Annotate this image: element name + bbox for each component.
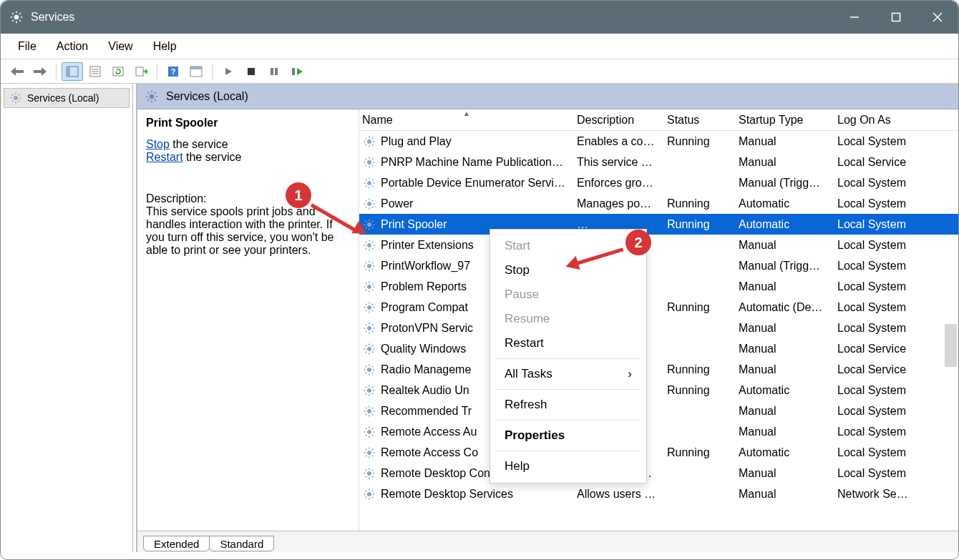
service-pause-button[interactable] <box>263 62 285 81</box>
cell-startup-type: Automatic <box>739 384 837 397</box>
table-row[interactable]: Remote Desktop ConfigurationRemote Des…M… <box>359 463 958 483</box>
svg-rect-19 <box>248 68 255 75</box>
menu-file[interactable]: File <box>8 37 47 56</box>
cell-startup-type: Manual <box>739 135 837 148</box>
back-button[interactable] <box>6 62 28 81</box>
service-stop-button[interactable] <box>240 62 262 81</box>
cell-status: Running <box>667 218 739 231</box>
cm-refresh[interactable]: Refresh <box>490 393 646 417</box>
restart-link[interactable]: Restart <box>146 151 183 163</box>
cell-log-on-as: Local System <box>837 218 938 231</box>
maximize-button[interactable] <box>875 1 917 34</box>
table-row[interactable]: Remote Desktop ServicesAllows users …Man… <box>359 483 958 504</box>
cell-log-on-as: Network Se… <box>837 488 938 501</box>
svg-rect-2 <box>892 14 900 21</box>
cell-name: Plug and Play <box>381 135 452 148</box>
table-row[interactable]: Radio Manageme…RunningManualLocal Servic… <box>359 359 958 380</box>
table-row[interactable]: ProtonVPN ServicManualLocal System <box>359 318 958 338</box>
table-row[interactable]: Print Spooler…RunningAutomaticLocal Syst… <box>359 214 958 235</box>
svg-point-35 <box>367 347 371 351</box>
col-startup-type[interactable]: Startup Type <box>739 114 837 127</box>
table-row[interactable]: Portable Device Enumerator Servi…Enforce… <box>359 172 958 193</box>
service-start-button[interactable] <box>218 62 239 81</box>
toolbar-show-hide-tree-button[interactable] <box>62 62 83 81</box>
table-row[interactable]: Plug and PlayEnables a co…RunningManualL… <box>359 131 958 152</box>
table-row[interactable]: Program Compate …RunningAutomatic (De…Lo… <box>359 297 958 318</box>
col-status[interactable]: Status <box>667 114 739 127</box>
table-row[interactable]: Remote Access Auco…ManualLocal System <box>359 421 958 442</box>
stop-link[interactable]: Stop <box>146 138 170 150</box>
cm-resume: Resume <box>490 307 646 331</box>
toolbar-help-button[interactable]: ? <box>162 62 184 81</box>
table-row[interactable]: Realtek Audio Undi…RunningAutomaticLocal… <box>359 380 958 401</box>
cm-restart[interactable]: Restart <box>490 331 646 355</box>
scrollbar-thumb[interactable] <box>945 324 957 367</box>
gear-icon <box>362 134 376 149</box>
tab-extended[interactable]: Extended <box>143 536 210 551</box>
cm-properties[interactable]: Properties <box>490 423 646 448</box>
svg-point-38 <box>367 409 371 413</box>
gear-icon <box>362 446 376 460</box>
cell-name: Problem Reports <box>381 280 467 293</box>
cell-log-on-as: Local System <box>837 260 938 272</box>
toolbar-show-hide-action-button[interactable] <box>185 62 207 81</box>
svg-point-42 <box>367 492 371 496</box>
selected-service-title: Print Spooler <box>146 117 350 129</box>
sidebar-item-services-local[interactable]: Services (Local) <box>4 88 130 108</box>
table-row[interactable]: Printer Extensionse …ManualLocal System <box>359 235 958 255</box>
table-row[interactable]: Remote Access Codi…RunningAutomaticLocal… <box>359 442 958 463</box>
table-row[interactable]: Problem Reportse …ManualLocal System <box>359 276 958 297</box>
cell-name: Recommended Tr <box>381 405 472 418</box>
cell-log-on-as: Local System <box>837 384 938 397</box>
gear-icon <box>362 197 376 211</box>
toolbar-export-button[interactable] <box>130 62 152 81</box>
table-row[interactable]: PNRP Machine Name Publication…This servi… <box>359 152 958 172</box>
svg-rect-14 <box>136 67 143 76</box>
cell-description: Allows users … <box>577 488 667 501</box>
close-button[interactable] <box>917 1 958 34</box>
service-restart-button[interactable] <box>286 62 308 81</box>
console-tree: Services (Local) <box>1 84 133 552</box>
tab-standard[interactable]: Standard <box>209 536 274 551</box>
cell-status: Running <box>667 301 739 314</box>
svg-rect-6 <box>34 70 42 73</box>
svg-point-30 <box>367 243 371 247</box>
cell-name: PNRP Machine Name Publication… <box>381 156 563 169</box>
cell-name: PrintWorkflow_97 <box>381 260 470 272</box>
svg-point-34 <box>367 326 371 330</box>
cell-startup-type: Manual <box>739 239 837 252</box>
menu-action[interactable]: Action <box>47 37 98 56</box>
menu-view[interactable]: View <box>98 37 142 56</box>
toolbar: ? <box>1 59 958 84</box>
cm-help[interactable]: Help <box>490 454 646 478</box>
toolbar-properties-button[interactable] <box>84 62 106 81</box>
minimize-button[interactable] <box>834 1 875 34</box>
col-log-on-as[interactable]: Log On As <box>837 114 938 127</box>
table-row[interactable]: PrintWorkflow_97…Manual (Trigg…Local Sys… <box>359 255 958 276</box>
gear-icon <box>362 425 376 439</box>
cell-log-on-as: Local System <box>837 446 938 459</box>
cell-log-on-as: Local Service <box>837 156 938 169</box>
gear-icon <box>362 300 376 315</box>
forward-button[interactable] <box>29 62 51 81</box>
cell-startup-type: Automatic <box>739 218 837 231</box>
gear-icon <box>362 383 376 398</box>
col-description[interactable]: Description <box>577 114 667 127</box>
gear-icon <box>362 342 376 356</box>
table-row[interactable]: Quality Windows…ManualLocal Service <box>359 338 958 359</box>
table-row[interactable]: PowerManages po…RunningAutomaticLocal Sy… <box>359 193 958 214</box>
gear-icon <box>362 466 376 481</box>
toolbar-refresh-button[interactable] <box>107 62 129 81</box>
svg-point-40 <box>367 451 371 455</box>
cell-startup-type: Automatic (De… <box>739 301 837 314</box>
gear-icon <box>362 363 376 377</box>
cell-log-on-as: Local System <box>837 467 938 480</box>
gear-icon <box>145 89 159 104</box>
cell-name: Remote Access Au <box>381 426 477 438</box>
cm-all-tasks[interactable]: All Tasks› <box>490 362 646 386</box>
cell-name: Realtek Audio Un <box>381 384 469 397</box>
table-row[interactable]: Recommended Trut…ManualLocal System <box>359 401 958 421</box>
menu-help[interactable]: Help <box>143 37 187 56</box>
cell-name: Remote Access Co <box>381 446 478 459</box>
list-header: ▲ Name Description Status Startup Type L… <box>359 109 958 131</box>
